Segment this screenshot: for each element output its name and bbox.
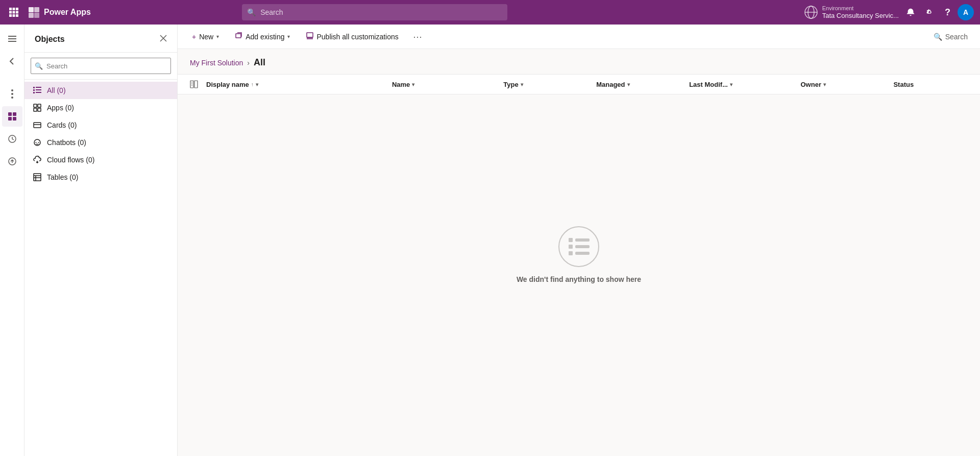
table-icon xyxy=(33,173,42,182)
sidebar-item-all[interactable]: All (0) xyxy=(24,82,177,99)
new-button[interactable]: + New ▾ xyxy=(186,30,225,43)
th-display-name[interactable]: Display name ↑ ▾ xyxy=(206,81,392,88)
th-name[interactable]: Name ▾ xyxy=(392,81,503,88)
global-search: 🔍 xyxy=(242,4,507,20)
add-existing-icon xyxy=(235,32,242,41)
sidebar-search-input[interactable] xyxy=(31,58,171,74)
svg-point-20 xyxy=(11,93,13,95)
th-last-modified[interactable]: Last Modif... ▾ xyxy=(689,81,800,88)
breadcrumb-separator: › xyxy=(247,59,250,67)
rail-menu-icon[interactable] xyxy=(2,29,22,49)
th-name-label: Name xyxy=(392,81,410,88)
empty-line-3 xyxy=(575,252,590,255)
add-existing-button[interactable]: Add existing ▾ xyxy=(229,30,296,43)
more-options-button[interactable]: ⋯ xyxy=(409,29,426,44)
svg-rect-7 xyxy=(13,14,15,17)
sidebar-item-cloud-flows-label: Cloud flows (0) xyxy=(47,156,94,164)
cards-icon xyxy=(33,121,42,130)
environment-selector[interactable]: Environment Tata Consultancy Servic... xyxy=(804,5,899,20)
sidebar-search-wrapper: 🔍 xyxy=(24,53,177,80)
app-logo: Power Apps xyxy=(28,6,91,18)
global-search-input[interactable] xyxy=(242,4,507,20)
svg-rect-43 xyxy=(34,174,41,181)
toolbar-search-label: Search xyxy=(945,33,968,41)
plus-icon: + xyxy=(192,33,196,41)
rail-dots-icon[interactable] xyxy=(2,84,22,104)
rail-solutions-icon[interactable] xyxy=(2,106,22,127)
svg-rect-0 xyxy=(9,8,12,10)
th-type[interactable]: Type ▾ xyxy=(503,81,596,88)
svg-rect-10 xyxy=(34,7,39,12)
list-icon xyxy=(33,86,42,95)
svg-rect-32 xyxy=(33,92,35,93)
svg-rect-17 xyxy=(8,38,16,39)
add-existing-label: Add existing xyxy=(246,33,284,41)
empty-bullet-1 xyxy=(569,238,573,242)
svg-rect-35 xyxy=(38,104,41,107)
breadcrumb-parent-link[interactable]: My First Solution xyxy=(190,59,243,67)
svg-rect-36 xyxy=(34,108,37,111)
th-display-name-label: Display name xyxy=(206,81,249,88)
sidebar-item-tables-label: Tables (0) xyxy=(47,173,78,181)
notifications-button[interactable] xyxy=(903,5,918,20)
svg-rect-23 xyxy=(13,112,16,116)
breadcrumb: My First Solution › All xyxy=(178,49,980,74)
svg-rect-28 xyxy=(33,87,35,88)
settings-button[interactable] xyxy=(922,5,938,20)
sidebar-item-apps[interactable]: Apps (0) xyxy=(24,99,177,116)
th-checkbox xyxy=(190,80,206,88)
user-avatar[interactable]: A xyxy=(958,4,974,20)
empty-bullet-2 xyxy=(569,245,573,249)
topbar-right-section: Environment Tata Consultancy Servic... ?… xyxy=(804,4,974,21)
empty-state: We didn't find anything to show here xyxy=(178,94,980,456)
th-owner[interactable]: Owner ▾ xyxy=(801,81,894,88)
sidebar-close-button[interactable] xyxy=(158,33,169,46)
apps-icon xyxy=(33,103,42,112)
empty-bullet-3 xyxy=(569,251,573,255)
rail-history-icon[interactable] xyxy=(2,129,22,149)
th-type-sort-icon: ▾ xyxy=(521,82,523,87)
th-status-label: Status xyxy=(893,81,914,88)
sidebar-header: Objects xyxy=(24,25,177,53)
icon-rail xyxy=(0,25,24,456)
sidebar-item-tables[interactable]: Tables (0) xyxy=(24,169,177,186)
svg-point-21 xyxy=(11,97,13,99)
svg-rect-25 xyxy=(13,117,16,121)
new-button-label: New xyxy=(199,33,213,41)
svg-rect-22 xyxy=(8,112,12,116)
sidebar-title: Objects xyxy=(35,35,65,44)
empty-state-icon xyxy=(558,226,599,267)
svg-rect-51 xyxy=(190,81,193,88)
cloud-flows-icon xyxy=(33,155,42,164)
svg-rect-24 xyxy=(8,117,12,121)
topbar: Power Apps 🔍 Environment Tata Consultanc… xyxy=(0,0,980,25)
rail-back-icon[interactable] xyxy=(2,51,22,71)
svg-rect-48 xyxy=(307,33,313,37)
th-modified-sort-icon: ▾ xyxy=(730,82,732,87)
svg-point-19 xyxy=(11,89,13,91)
sidebar-item-cloud-flows[interactable]: Cloud flows (0) xyxy=(24,151,177,169)
publish-button[interactable]: Publish all customizations xyxy=(300,30,404,43)
table-header: Display name ↑ ▾ Name ▾ Type ▾ Managed ▾… xyxy=(178,74,980,94)
svg-rect-2 xyxy=(16,8,18,10)
empty-icon-inner xyxy=(569,238,590,255)
th-name-sort-icon: ▾ xyxy=(412,82,414,87)
chatbot-icon xyxy=(33,138,42,147)
svg-rect-55 xyxy=(194,81,198,88)
help-button[interactable]: ? xyxy=(942,4,953,21)
rail-publish-icon[interactable] xyxy=(2,151,22,172)
toolbar-search-button[interactable]: 🔍 Search xyxy=(929,31,972,43)
svg-rect-1 xyxy=(13,8,15,10)
main-layout: Objects 🔍 xyxy=(0,25,980,456)
sidebar-item-chatbots[interactable]: Chatbots (0) xyxy=(24,134,177,151)
svg-rect-29 xyxy=(36,87,41,88)
sidebar-item-cards[interactable]: Cards (0) xyxy=(24,116,177,134)
sidebar-item-all-label: All (0) xyxy=(47,86,66,94)
svg-rect-47 xyxy=(236,34,241,38)
th-status: Status xyxy=(893,81,968,88)
svg-rect-12 xyxy=(34,13,39,18)
toolbar-search-icon: 🔍 xyxy=(934,33,942,41)
sidebar-item-cards-label: Cards (0) xyxy=(47,121,77,129)
waffle-menu-button[interactable] xyxy=(6,5,21,20)
th-managed[interactable]: Managed ▾ xyxy=(596,81,689,88)
